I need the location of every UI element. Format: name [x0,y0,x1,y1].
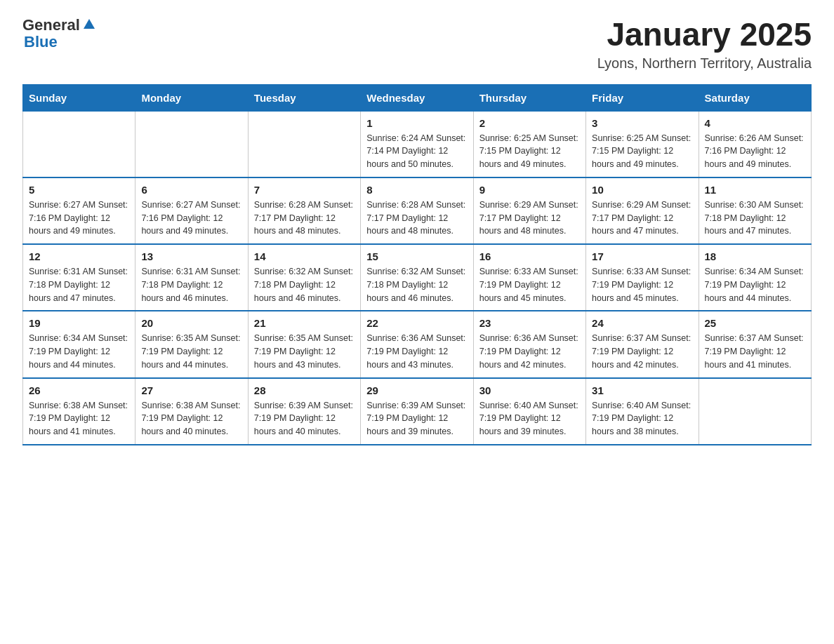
calendar-cell: 12Sunrise: 6:31 AM Sunset: 7:18 PM Dayli… [23,244,135,311]
calendar-cell: 5Sunrise: 6:27 AM Sunset: 7:16 PM Daylig… [23,177,135,244]
calendar-week-row: 1Sunrise: 6:24 AM Sunset: 7:14 PM Daylig… [23,111,812,177]
day-number: 21 [254,317,355,329]
header-friday: Friday [586,84,699,111]
svg-marker-0 [84,19,95,29]
calendar-cell: 10Sunrise: 6:29 AM Sunset: 7:17 PM Dayli… [586,177,699,244]
calendar-cell: 2Sunrise: 6:25 AM Sunset: 7:15 PM Daylig… [473,111,585,177]
header-saturday: Saturday [699,84,811,111]
calendar-cell: 25Sunrise: 6:37 AM Sunset: 7:19 PM Dayli… [699,311,811,377]
logo: General Blue [22,17,97,51]
day-info: Sunrise: 6:36 AM Sunset: 7:19 PM Dayligh… [479,332,580,371]
page-title: January 2025 [597,17,812,53]
day-number: 26 [29,384,129,396]
day-info: Sunrise: 6:25 AM Sunset: 7:15 PM Dayligh… [479,132,580,171]
day-info: Sunrise: 6:29 AM Sunset: 7:17 PM Dayligh… [479,199,580,238]
calendar-cell: 22Sunrise: 6:36 AM Sunset: 7:19 PM Dayli… [361,311,473,377]
day-info: Sunrise: 6:29 AM Sunset: 7:17 PM Dayligh… [592,199,692,238]
day-info: Sunrise: 6:27 AM Sunset: 7:16 PM Dayligh… [29,199,129,238]
calendar-week-row: 26Sunrise: 6:38 AM Sunset: 7:19 PM Dayli… [23,378,812,445]
calendar-cell: 9Sunrise: 6:29 AM Sunset: 7:17 PM Daylig… [473,177,585,244]
calendar-cell: 29Sunrise: 6:39 AM Sunset: 7:19 PM Dayli… [361,378,473,445]
day-info: Sunrise: 6:40 AM Sunset: 7:19 PM Dayligh… [592,399,692,438]
logo-blue: Blue [24,34,97,51]
calendar-cell: 23Sunrise: 6:36 AM Sunset: 7:19 PM Dayli… [473,311,585,377]
calendar-cell: 1Sunrise: 6:24 AM Sunset: 7:14 PM Daylig… [361,111,473,177]
day-number: 20 [141,317,241,329]
day-info: Sunrise: 6:36 AM Sunset: 7:19 PM Dayligh… [366,332,467,371]
day-number: 19 [29,317,129,329]
day-number: 31 [592,384,692,396]
calendar-cell: 6Sunrise: 6:27 AM Sunset: 7:16 PM Daylig… [135,177,248,244]
day-number: 30 [479,384,580,396]
calendar-cell: 7Sunrise: 6:28 AM Sunset: 7:17 PM Daylig… [248,177,360,244]
calendar-cell: 30Sunrise: 6:40 AM Sunset: 7:19 PM Dayli… [473,378,585,445]
header-sunday: Sunday [23,84,135,111]
day-info: Sunrise: 6:38 AM Sunset: 7:19 PM Dayligh… [29,399,129,438]
day-number: 8 [366,184,467,196]
day-number: 4 [705,117,805,129]
calendar-cell: 19Sunrise: 6:34 AM Sunset: 7:19 PM Dayli… [23,311,135,377]
day-number: 6 [141,184,241,196]
day-number: 10 [592,184,692,196]
day-number: 11 [705,184,805,196]
calendar-cell [248,111,360,177]
title-block: January 2025 Lyons, Northern Territory, … [597,17,812,72]
day-number: 18 [705,250,805,262]
day-number: 22 [366,317,467,329]
day-info: Sunrise: 6:33 AM Sunset: 7:19 PM Dayligh… [592,265,692,304]
day-number: 25 [705,317,805,329]
day-number: 12 [29,250,129,262]
day-info: Sunrise: 6:28 AM Sunset: 7:17 PM Dayligh… [254,199,355,238]
calendar-cell: 20Sunrise: 6:35 AM Sunset: 7:19 PM Dayli… [135,311,248,377]
calendar-week-row: 19Sunrise: 6:34 AM Sunset: 7:19 PM Dayli… [23,311,812,377]
day-info: Sunrise: 6:31 AM Sunset: 7:18 PM Dayligh… [141,265,241,304]
calendar-cell: 18Sunrise: 6:34 AM Sunset: 7:19 PM Dayli… [699,244,811,311]
day-number: 16 [479,250,580,262]
calendar-cell: 17Sunrise: 6:33 AM Sunset: 7:19 PM Dayli… [586,244,699,311]
day-info: Sunrise: 6:33 AM Sunset: 7:19 PM Dayligh… [479,265,580,304]
page-header: General Blue January 2025 Lyons, Norther… [22,17,812,72]
calendar-cell: 3Sunrise: 6:25 AM Sunset: 7:15 PM Daylig… [586,111,699,177]
calendar-cell: 15Sunrise: 6:32 AM Sunset: 7:18 PM Dayli… [361,244,473,311]
logo-general: General [22,17,80,34]
day-info: Sunrise: 6:26 AM Sunset: 7:16 PM Dayligh… [705,132,805,171]
calendar-cell [23,111,135,177]
day-info: Sunrise: 6:35 AM Sunset: 7:19 PM Dayligh… [141,332,241,371]
calendar-cell: 28Sunrise: 6:39 AM Sunset: 7:19 PM Dayli… [248,378,360,445]
calendar-cell: 8Sunrise: 6:28 AM Sunset: 7:17 PM Daylig… [361,177,473,244]
day-info: Sunrise: 6:31 AM Sunset: 7:18 PM Dayligh… [29,265,129,304]
day-info: Sunrise: 6:37 AM Sunset: 7:19 PM Dayligh… [592,332,692,371]
day-info: Sunrise: 6:24 AM Sunset: 7:14 PM Dayligh… [366,132,467,171]
calendar-table: Sunday Monday Tuesday Wednesday Thursday… [22,84,812,445]
day-number: 23 [479,317,580,329]
day-info: Sunrise: 6:32 AM Sunset: 7:18 PM Dayligh… [254,265,355,304]
calendar-cell: 24Sunrise: 6:37 AM Sunset: 7:19 PM Dayli… [586,311,699,377]
day-info: Sunrise: 6:27 AM Sunset: 7:16 PM Dayligh… [141,199,241,238]
day-info: Sunrise: 6:30 AM Sunset: 7:18 PM Dayligh… [705,199,805,238]
day-number: 28 [254,384,355,396]
logo-triangle-icon [81,16,97,32]
calendar-week-row: 12Sunrise: 6:31 AM Sunset: 7:18 PM Dayli… [23,244,812,311]
header-thursday: Thursday [473,84,585,111]
day-number: 14 [254,250,355,262]
calendar-cell: 16Sunrise: 6:33 AM Sunset: 7:19 PM Dayli… [473,244,585,311]
day-number: 15 [366,250,467,262]
calendar-cell [699,378,811,445]
day-number: 7 [254,184,355,196]
day-number: 17 [592,250,692,262]
day-info: Sunrise: 6:25 AM Sunset: 7:15 PM Dayligh… [592,132,692,171]
day-info: Sunrise: 6:37 AM Sunset: 7:19 PM Dayligh… [705,332,805,371]
calendar-cell: 14Sunrise: 6:32 AM Sunset: 7:18 PM Dayli… [248,244,360,311]
calendar-week-row: 5Sunrise: 6:27 AM Sunset: 7:16 PM Daylig… [23,177,812,244]
day-info: Sunrise: 6:38 AM Sunset: 7:19 PM Dayligh… [141,399,241,438]
calendar-cell: 31Sunrise: 6:40 AM Sunset: 7:19 PM Dayli… [586,378,699,445]
day-info: Sunrise: 6:39 AM Sunset: 7:19 PM Dayligh… [254,399,355,438]
day-info: Sunrise: 6:34 AM Sunset: 7:19 PM Dayligh… [29,332,129,371]
day-info: Sunrise: 6:28 AM Sunset: 7:17 PM Dayligh… [366,199,467,238]
calendar-cell: 26Sunrise: 6:38 AM Sunset: 7:19 PM Dayli… [23,378,135,445]
day-number: 3 [592,117,692,129]
day-number: 13 [141,250,241,262]
header-tuesday: Tuesday [248,84,360,111]
day-number: 24 [592,317,692,329]
header-wednesday: Wednesday [361,84,473,111]
